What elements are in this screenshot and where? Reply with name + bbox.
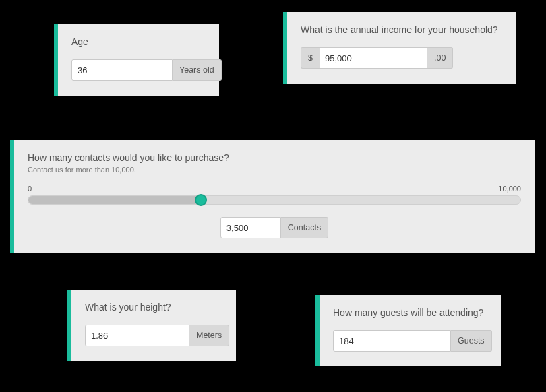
height-input[interactable] — [85, 325, 189, 346]
contacts-unit: Contacts — [281, 217, 328, 238]
contacts-value-row: Contacts — [28, 217, 521, 238]
height-input-row: Meters — [85, 325, 222, 346]
income-title: What is the annual income for your house… — [301, 24, 502, 35]
height-title: What is your height? — [85, 302, 222, 313]
contacts-slider-max: 10,000 — [498, 185, 521, 193]
guests-input[interactable] — [333, 330, 451, 352]
contacts-slider-min: 0 — [28, 185, 32, 193]
income-currency: $ — [301, 47, 320, 69]
guests-title: How many guests will be attending? — [333, 307, 487, 318]
contacts-slider-thumb[interactable] — [195, 194, 207, 206]
contacts-subtitle: Contact us for more than 10,000. — [28, 166, 521, 174]
age-title: Age — [71, 36, 206, 47]
guests-panel: How many guests will be attending? Guest… — [315, 295, 501, 366]
income-panel: What is the annual income for your house… — [283, 12, 516, 84]
age-unit: Years old — [173, 59, 222, 81]
contacts-value-input[interactable] — [220, 217, 281, 238]
income-input-row: $ .00 — [301, 47, 502, 69]
height-panel: What is your height? Meters — [67, 290, 236, 361]
contacts-panel: How many contacts would you like to purc… — [10, 140, 535, 253]
contacts-slider[interactable] — [28, 195, 521, 205]
contacts-slider-labels: 0 10,000 — [28, 185, 521, 193]
contacts-title: How many contacts would you like to purc… — [28, 152, 521, 163]
income-input[interactable] — [320, 47, 427, 69]
guests-input-row: Guests — [333, 330, 487, 352]
height-unit: Meters — [189, 325, 229, 346]
contacts-slider-fill — [28, 196, 201, 204]
contacts-slider-wrap: 0 10,000 Contacts — [28, 185, 521, 238]
age-input-row: Years old — [71, 59, 206, 81]
guests-unit: Guests — [451, 330, 492, 352]
age-panel: Age Years old — [54, 24, 219, 96]
income-decimals: .00 — [427, 47, 453, 69]
age-input[interactable] — [71, 59, 173, 81]
